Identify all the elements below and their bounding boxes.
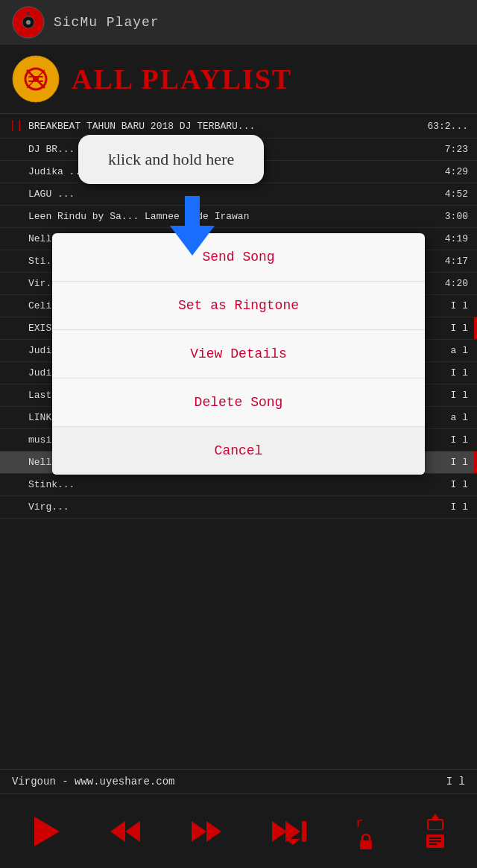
- svg-rect-10: [37, 76, 43, 77]
- track-row[interactable]: Stink... I l: [0, 474, 477, 496]
- fast-forward-button[interactable]: [190, 818, 223, 845]
- set-ringtone-label: Set as Ringtone: [178, 298, 299, 313]
- send-song-menu-item[interactable]: Send Song: [52, 233, 425, 282]
- cancel-label: Cancel: [215, 443, 263, 458]
- track-row[interactable]: Virg... I l: [0, 496, 477, 519]
- svg-rect-31: [429, 843, 437, 845]
- blue-arrow-icon: [170, 196, 215, 256]
- app-title: SicMu Player: [54, 15, 159, 30]
- svg-marker-14: [170, 226, 215, 256]
- svg-rect-26: [428, 820, 443, 830]
- svg-marker-15: [34, 817, 60, 846]
- header-logo-icon: [12, 55, 60, 103]
- svg-rect-13: [185, 196, 200, 229]
- status-bar: Virgoun - www.uyeshare.com I l: [0, 769, 477, 793]
- svg-marker-18: [192, 821, 206, 842]
- playing-indicator: ||: [9, 119, 24, 133]
- svg-marker-17: [125, 821, 140, 842]
- top-bar: SicMu Player: [0, 0, 477, 45]
- page-title: ALL PLAYLIST: [72, 63, 292, 95]
- svg-marker-27: [431, 814, 440, 820]
- svg-rect-29: [429, 837, 441, 839]
- view-details-menu-item[interactable]: View Details: [52, 330, 425, 378]
- status-track-name: Virgoun - www.uyeshare.com: [12, 776, 446, 788]
- status-duration: I l: [446, 776, 465, 788]
- delete-song-menu-item[interactable]: Delete Song: [52, 378, 425, 427]
- controls-bar: r: [0, 793, 477, 868]
- share-button[interactable]: [425, 814, 446, 830]
- queue-button[interactable]: [425, 833, 446, 849]
- tooltip-text: klick and hold here: [108, 150, 234, 168]
- context-menu: Send Song Set as Ringtone View Details D…: [52, 233, 425, 475]
- svg-point-3: [27, 12, 30, 15]
- view-details-label: View Details: [190, 346, 287, 361]
- track-row[interactable]: Leen Rindu by Sa... Lamnee Dede Irawan 3…: [0, 206, 477, 228]
- svg-rect-22: [302, 821, 306, 842]
- skip-button[interactable]: [271, 818, 308, 845]
- cancel-menu-item[interactable]: Cancel: [52, 427, 425, 475]
- svg-rect-11: [28, 80, 34, 82]
- lock-button[interactable]: [356, 833, 376, 849]
- track-name: BREAKBEAT TAHUN BARU 2018 DJ TERBARU...: [28, 121, 427, 132]
- set-ringtone-menu-item[interactable]: Set as Ringtone: [52, 282, 425, 330]
- svg-point-2: [26, 20, 31, 25]
- svg-marker-16: [110, 821, 125, 842]
- svg-rect-25: [360, 840, 372, 849]
- repeat-button[interactable]: r: [356, 814, 376, 830]
- svg-marker-19: [206, 821, 221, 842]
- track-row[interactable]: LAGU ... 4:52: [0, 183, 477, 206]
- delete-song-label: Delete Song: [195, 395, 283, 410]
- track-duration: 63:2...: [427, 121, 468, 132]
- svg-rect-30: [429, 840, 441, 842]
- svg-marker-21: [285, 821, 300, 842]
- playlist-area: || BREAKBEAT TAHUN BARU 2018 DJ TERBARU.…: [0, 114, 477, 791]
- rewind-button[interactable]: [109, 818, 142, 845]
- svg-text:r: r: [356, 816, 364, 830]
- tooltip-bubble: klick and hold here: [78, 135, 264, 184]
- svg-rect-12: [37, 80, 43, 82]
- app-logo-icon: [12, 6, 45, 39]
- play-button[interactable]: [31, 815, 61, 848]
- svg-marker-20: [272, 821, 287, 842]
- svg-rect-9: [28, 76, 34, 77]
- svg-marker-23: [285, 839, 300, 845]
- header-section: ALL PLAYLIST: [0, 45, 477, 114]
